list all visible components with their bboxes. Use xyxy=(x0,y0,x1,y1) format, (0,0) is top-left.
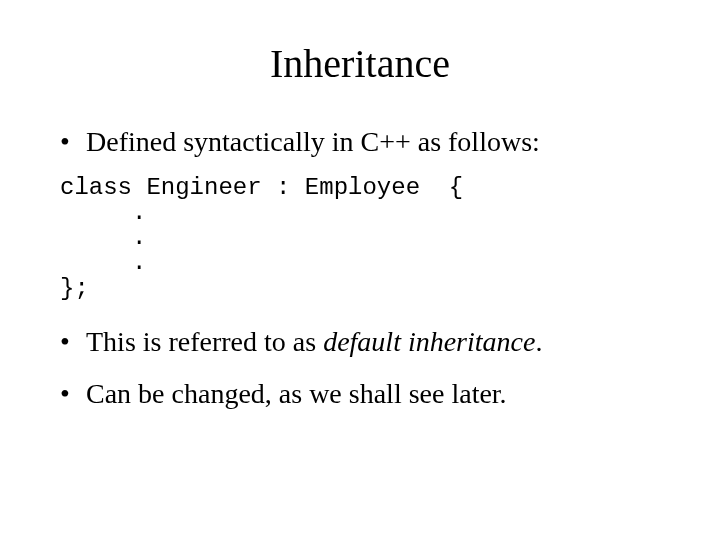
code-block: class Engineer : Employee { . . . }; xyxy=(60,175,660,301)
bullet-text-2-post: . xyxy=(535,326,542,357)
slide-title: Inheritance xyxy=(60,40,660,87)
bullet-text-3: Can be changed, as we shall see later. xyxy=(86,378,507,409)
bullet-item-2: This is referred to as default inheritan… xyxy=(60,323,660,361)
slide: Inheritance Defined syntactically in C++… xyxy=(0,0,720,540)
bullet-text-2-pre: This is referred to as xyxy=(86,326,323,357)
bullet-text-1: Defined syntactically in C++ as follows: xyxy=(86,126,540,157)
bullet-list-2: This is referred to as default inheritan… xyxy=(60,323,660,413)
bullet-list: Defined syntactically in C++ as follows: xyxy=(60,123,660,161)
bullet-item-3: Can be changed, as we shall see later. xyxy=(60,375,660,413)
bullet-text-2-italic: default inheritance xyxy=(323,326,535,357)
bullet-item-1: Defined syntactically in C++ as follows: xyxy=(60,123,660,161)
